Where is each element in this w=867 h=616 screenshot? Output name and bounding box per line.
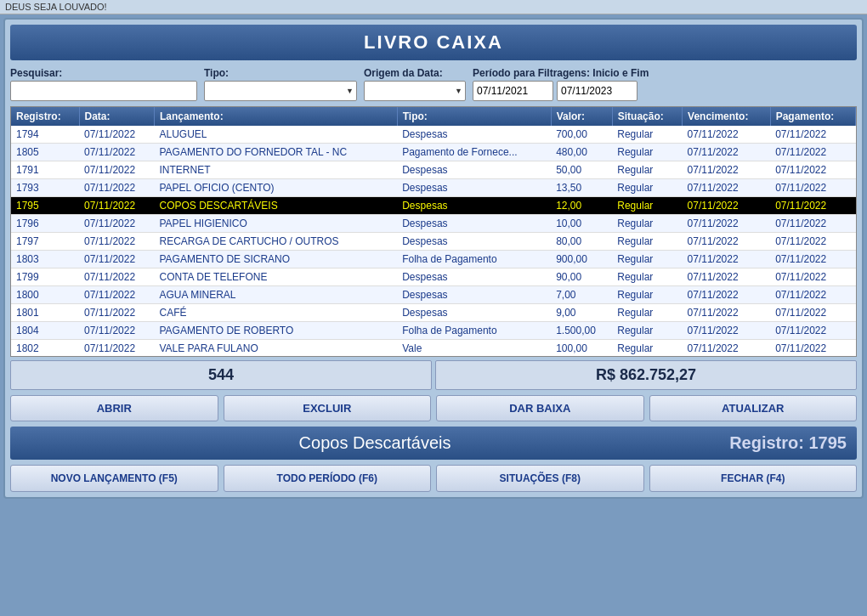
- cell-registro: 1791: [11, 161, 79, 179]
- table-row[interactable]: 180407/11/2022PAGAMENTO DE ROBERTOFolha …: [11, 322, 856, 340]
- excluir-button[interactable]: EXCLUIR: [224, 395, 432, 421]
- cell-pagamento: 07/11/2022: [770, 144, 855, 161]
- cell-registro: 1800: [11, 286, 79, 304]
- cell-valor: 1.500,00: [551, 322, 612, 340]
- cell-lancamento: RECARGA DE CARTUCHO / OUTROS: [154, 233, 397, 251]
- cell-pagamento: 07/11/2022: [770, 161, 855, 179]
- table-row[interactable]: 180207/11/2022VALE PARA FULANOVale100,00…: [11, 340, 856, 358]
- date-start-input[interactable]: [473, 81, 553, 101]
- registro-label: Registro:: [729, 433, 804, 452]
- table-row[interactable]: 179607/11/2022PAPEL HIGIENICODespesas10,…: [11, 215, 856, 233]
- table-body: 179407/11/2022ALUGUELDespesas700,00Regul…: [11, 126, 856, 357]
- origem-select-wrapper: [364, 81, 466, 101]
- cell-tipo: Despesas: [397, 215, 551, 233]
- table-row[interactable]: 179507/11/2022COPOS DESCARTÁVEISDespesas…: [11, 197, 856, 215]
- cell-situacao: Regular: [612, 304, 682, 322]
- summary-row: 544 R$ 862.752,27: [10, 360, 857, 390]
- cell-situacao: Regular: [612, 197, 682, 215]
- cell-registro: 1801: [11, 304, 79, 322]
- cell-pagamento: 07/11/2022: [770, 340, 855, 358]
- cell-pagamento: 07/11/2022: [770, 286, 855, 304]
- dar-baixa-button[interactable]: DAR BAIXA: [436, 395, 644, 421]
- table-row[interactable]: 180507/11/2022PAGAMENTO DO FORNEDOR TAL …: [11, 144, 856, 161]
- cell-lancamento: PAGAMENTO DE SICRANO: [154, 251, 397, 268]
- count-value: 544: [208, 366, 234, 383]
- cell-registro: 1795: [11, 197, 79, 215]
- cell-vencimento: 07/11/2022: [683, 251, 771, 268]
- cell-valor: 13,50: [551, 179, 612, 197]
- cell-registro: 1799: [11, 268, 79, 286]
- cell-pagamento: 07/11/2022: [770, 126, 855, 144]
- col-valor: Valor:: [551, 107, 612, 126]
- table-row[interactable]: 179107/11/2022INTERNETDespesas50,00Regul…: [11, 161, 856, 179]
- registro-value: 1795: [809, 433, 847, 452]
- cell-valor: 9,00: [551, 304, 612, 322]
- cell-tipo: Despesas: [397, 304, 551, 322]
- tipo-select[interactable]: [204, 81, 357, 101]
- cell-data: 07/11/2022: [79, 179, 154, 197]
- info-name: Copos Descartáveis: [20, 433, 729, 453]
- cell-vencimento: 07/11/2022: [683, 179, 771, 197]
- cell-tipo: Despesas: [397, 179, 551, 197]
- cell-valor: 700,00: [551, 126, 612, 144]
- filter-row: Pesquisar: Tipo: Origem da Data: Período…: [10, 67, 857, 101]
- cell-tipo: Folha de Pagamento: [397, 251, 551, 268]
- cell-valor: 10,00: [551, 215, 612, 233]
- cell-lancamento: VALE PARA FULANO: [154, 340, 397, 358]
- table-row[interactable]: 179407/11/2022ALUGUELDespesas700,00Regul…: [11, 126, 856, 144]
- cell-data: 07/11/2022: [79, 161, 154, 179]
- info-bar: Copos Descartáveis Registro: 1795: [10, 427, 857, 460]
- col-pagamento: Pagamento:: [770, 107, 855, 126]
- origem-label: Origem da Data:: [364, 67, 466, 79]
- cell-registro: 1797: [11, 233, 79, 251]
- cell-tipo: Despesas: [397, 233, 551, 251]
- table-container: Registro: Data: Lançamento: Tipo: Valor:…: [10, 106, 857, 357]
- cell-pagamento: 07/11/2022: [770, 215, 855, 233]
- table-row[interactable]: 180307/11/2022PAGAMENTO DE SICRANOFolha …: [11, 251, 856, 268]
- cell-situacao: Regular: [612, 286, 682, 304]
- top-bar: DEUS SEJA LOUVADO!: [0, 0, 867, 14]
- cell-tipo: Folha de Pagamento: [397, 322, 551, 340]
- cell-tipo: Despesas: [397, 161, 551, 179]
- cell-registro: 1793: [11, 179, 79, 197]
- table-row[interactable]: 179907/11/2022CONTA DE TELEFONEDespesas9…: [11, 268, 856, 286]
- date-end-input[interactable]: [557, 81, 638, 101]
- cell-valor: 50,00: [551, 161, 612, 179]
- cell-situacao: Regular: [612, 126, 682, 144]
- origem-select[interactable]: [364, 81, 466, 101]
- cell-pagamento: 07/11/2022: [770, 251, 855, 268]
- cell-vencimento: 07/11/2022: [683, 304, 771, 322]
- situacoes-button[interactable]: SITUAÇÕES (F8): [436, 465, 644, 492]
- cell-data: 07/11/2022: [79, 304, 154, 322]
- abrir-button[interactable]: ABRIR: [10, 395, 218, 421]
- table-row[interactable]: 179307/11/2022PAPEL OFICIO (CENTO)Despes…: [11, 179, 856, 197]
- table-row[interactable]: 180107/11/2022CAFÉDespesas9,00Regular07/…: [11, 304, 856, 322]
- cell-vencimento: 07/11/2022: [683, 286, 771, 304]
- cell-situacao: Regular: [612, 340, 682, 358]
- atualizar-button[interactable]: ATUALIZAR: [649, 395, 858, 421]
- search-input[interactable]: [10, 81, 197, 101]
- table-row[interactable]: 179707/11/2022RECARGA DE CARTUCHO / OUTR…: [11, 233, 856, 251]
- cell-tipo: Despesas: [397, 286, 551, 304]
- cell-lancamento: CONTA DE TELEFONE: [154, 268, 397, 286]
- cell-situacao: Regular: [612, 179, 682, 197]
- cell-data: 07/11/2022: [79, 286, 154, 304]
- cell-vencimento: 07/11/2022: [683, 126, 771, 144]
- cell-lancamento: AGUA MINERAL: [154, 286, 397, 304]
- search-group: Pesquisar:: [10, 67, 197, 101]
- cell-vencimento: 07/11/2022: [683, 233, 771, 251]
- cell-valor: 80,00: [551, 233, 612, 251]
- table-row[interactable]: 180007/11/2022AGUA MINERALDespesas7,00Re…: [11, 286, 856, 304]
- total-box: R$ 862.752,27: [435, 360, 857, 390]
- cell-lancamento: INTERNET: [154, 161, 397, 179]
- cell-valor: 90,00: [551, 268, 612, 286]
- cell-registro: 1803: [11, 251, 79, 268]
- cell-data: 07/11/2022: [79, 340, 154, 358]
- cell-registro: 1794: [11, 126, 79, 144]
- cell-pagamento: 07/11/2022: [770, 322, 855, 340]
- count-box: 544: [10, 360, 432, 390]
- fechar-button[interactable]: FECHAR (F4): [649, 465, 858, 492]
- todo-periodo-button[interactable]: TODO PERÍODO (F6): [224, 465, 432, 492]
- novo-lancamento-button[interactable]: NOVO LANÇAMENTO (F5): [10, 465, 218, 492]
- cell-situacao: Regular: [612, 161, 682, 179]
